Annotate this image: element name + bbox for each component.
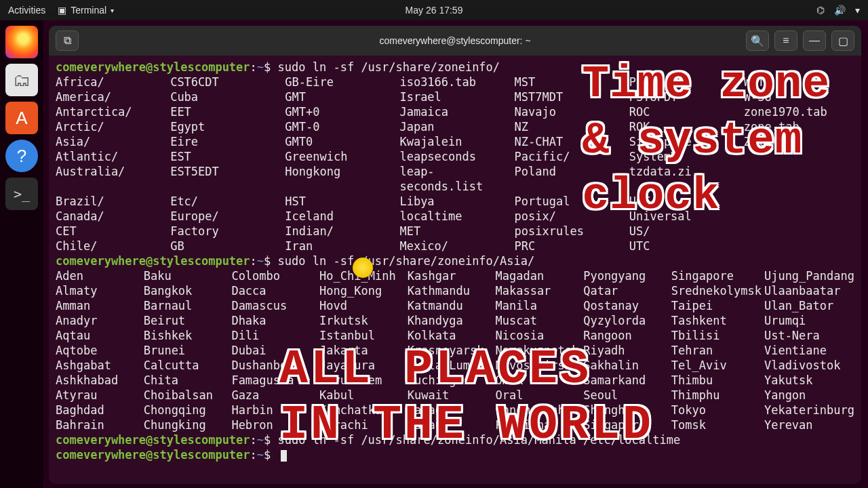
list-item: Barnaul xyxy=(144,298,229,313)
list-item: Tehran xyxy=(671,343,762,358)
list-item: Australia/ xyxy=(56,164,166,194)
list-item: MET xyxy=(399,224,510,239)
dock-firefox-icon[interactable] xyxy=(5,26,38,58)
list-item: Israel xyxy=(399,89,510,104)
list-item: Hovd xyxy=(319,298,405,313)
list-item: GMT0 xyxy=(285,134,395,149)
hamburger-menu-button[interactable]: ≡ xyxy=(774,30,797,51)
list-item: Singapore xyxy=(671,268,762,283)
maximize-button[interactable]: ▢ xyxy=(831,30,854,51)
list-item: Kashgar xyxy=(408,268,493,283)
list-item: US/ xyxy=(629,224,740,239)
search-button[interactable]: 🔍 xyxy=(746,30,769,51)
list-item: Brunei xyxy=(144,343,229,358)
chevron-down-icon: ▾ xyxy=(111,7,114,14)
list-item: Dacca xyxy=(231,283,317,298)
list-item: Beirut xyxy=(144,313,229,328)
list-item: Asia/ xyxy=(56,134,166,149)
list-item: Africa/ xyxy=(56,75,166,89)
list-item: Thimbu xyxy=(671,373,762,388)
list-item: iso3166.tab xyxy=(399,75,510,89)
command-2: sudo ln -sf /usr/share/zoneinfo/Asia/ xyxy=(278,254,535,268)
list-item: HST xyxy=(285,194,395,209)
list-item: CST6CDT xyxy=(170,75,281,89)
list-item: Ujung_Pandang xyxy=(764,268,854,283)
list-item: Kwajalein xyxy=(399,134,510,149)
minimize-button[interactable]: — xyxy=(803,30,826,51)
list-item: Canada/ xyxy=(56,209,166,224)
list-item: Aqtobe xyxy=(56,343,141,358)
dock-terminal-icon[interactable]: >_ xyxy=(5,178,38,210)
list-item: posixrules xyxy=(515,224,625,239)
list-item: Yekaterinburg xyxy=(764,403,854,418)
list-item: Chita xyxy=(144,373,229,388)
list-item: Japan xyxy=(399,119,510,134)
list-item: Katmandu xyxy=(408,298,493,313)
activities-button[interactable]: Activities xyxy=(8,5,45,16)
list-item: Tomsk xyxy=(671,418,762,432)
list-item: Iran xyxy=(285,239,395,253)
list-item: PRC xyxy=(515,239,625,253)
window-titlebar: ⧉ comeverywhere@stylescomputer: ~ 🔍 ≡ — … xyxy=(49,26,861,56)
dock-files-icon[interactable]: 🗂 xyxy=(5,64,38,96)
app-menu[interactable]: ▣ Terminal ▾ xyxy=(58,5,114,16)
list-item: Antarctica/ xyxy=(56,104,166,119)
list-item: Thimphu xyxy=(671,388,762,403)
list-item: GMT xyxy=(285,89,395,104)
command-1: sudo ln -sf /usr/share/zoneinfo/ xyxy=(278,60,500,74)
list-item: localtime xyxy=(399,209,510,224)
list-item: Hongkong xyxy=(285,164,395,194)
list-item: Baku xyxy=(144,268,229,283)
volume-icon[interactable]: 🔊 xyxy=(834,5,846,16)
list-item: GMT-0 xyxy=(285,119,395,134)
list-item: Qatar xyxy=(583,283,669,298)
list-item: Eire xyxy=(170,134,281,149)
terminal-icon: ▣ xyxy=(58,5,66,16)
list-item: Tel_Aviv xyxy=(671,358,762,373)
list-item: leapseconds xyxy=(399,149,510,164)
list-item: Pyongyang xyxy=(583,268,669,283)
dock-software-icon[interactable]: A xyxy=(5,102,38,134)
list-item xyxy=(744,224,854,239)
list-item: Istanbul xyxy=(319,328,405,343)
list-item: Vladivostok xyxy=(764,358,854,373)
list-item: Ust-Nera xyxy=(764,328,854,343)
list-item: Brazil/ xyxy=(56,194,166,209)
list-item: Bahrain xyxy=(56,418,141,432)
list-item: Vientiane xyxy=(764,343,854,358)
dock-help-icon[interactable]: ? xyxy=(5,140,38,172)
list-item: Tashkent xyxy=(671,313,762,328)
list-item: Hong_Kong xyxy=(319,283,405,298)
power-icon[interactable]: ▾ xyxy=(855,5,860,16)
list-item: Dhaka xyxy=(231,313,317,328)
list-item: Iceland xyxy=(285,209,395,224)
list-item: Almaty xyxy=(56,283,141,298)
list-item: GMT+0 xyxy=(285,104,395,119)
list-item xyxy=(744,239,854,253)
clock[interactable]: May 26 17:59 xyxy=(406,5,463,16)
list-item: Baghdad xyxy=(56,403,141,418)
list-item: Qostanay xyxy=(583,298,669,313)
list-item: Ashgabat xyxy=(56,358,141,373)
list-item: Srednekolymsk xyxy=(671,283,762,298)
dock: 🗂 A ? >_ xyxy=(0,20,43,488)
list-item: Aden xyxy=(56,268,141,283)
list-item: Ulaanbaatar xyxy=(764,283,854,298)
list-item: EET xyxy=(170,104,281,119)
overlay-title-2: ALL PLACES IN THE WORLD xyxy=(279,342,654,454)
list-item: Colombo xyxy=(231,268,317,283)
list-item: GB-Eire xyxy=(285,75,395,89)
list-item: Mexico/ xyxy=(399,239,510,253)
list-item: Kolkata xyxy=(408,328,493,343)
list-item: Choibalsan xyxy=(144,388,229,403)
list-item: Chile/ xyxy=(56,239,166,253)
list-item: Yangon xyxy=(764,388,854,403)
network-icon[interactable]: ⌬ xyxy=(816,5,825,16)
list-item: Bishkek xyxy=(144,328,229,343)
new-tab-button[interactable]: ⧉ xyxy=(56,30,79,51)
list-item: Greenwich xyxy=(285,149,395,164)
list-item: Ashkhabad xyxy=(56,373,141,388)
list-item: Jamaica xyxy=(399,104,510,119)
list-item: Bangkok xyxy=(144,283,229,298)
prompt-line-2: comeverywhere@stylescomputer:~$ sudo ln … xyxy=(56,253,854,268)
